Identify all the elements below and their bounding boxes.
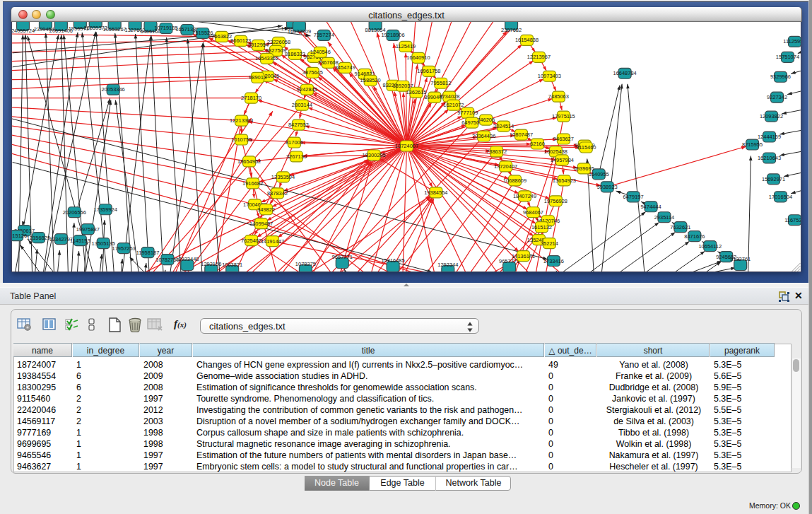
svg-text:20364436: 20364436 xyxy=(472,133,495,139)
svg-text:1362615: 1362615 xyxy=(406,89,426,95)
svg-text:7955812: 7955812 xyxy=(430,80,451,86)
svg-text:18300295: 18300295 xyxy=(363,152,386,158)
svg-text:8427552: 8427552 xyxy=(288,122,309,128)
svg-text:16033809: 16033809 xyxy=(288,28,311,35)
svg-text:19654952: 19654952 xyxy=(237,158,261,165)
svg-text:2387682: 2387682 xyxy=(501,27,522,33)
svg-text:12213967: 12213967 xyxy=(527,54,551,60)
svg-text:8878342: 8878342 xyxy=(267,190,288,197)
svg-text:14191447: 14191447 xyxy=(261,238,284,245)
svg-text:19218906: 19218906 xyxy=(381,32,404,38)
svg-text:6939695: 6939695 xyxy=(574,165,594,172)
svg-text:20053346: 20053346 xyxy=(102,86,125,93)
svg-text:7515526: 7515526 xyxy=(192,30,213,36)
svg-text:14136141: 14136141 xyxy=(512,253,535,259)
svg-text:352214: 352214 xyxy=(541,240,558,247)
svg-text:14099487: 14099487 xyxy=(249,221,273,227)
svg-text:12156829: 12156829 xyxy=(27,235,50,241)
svg-text:3454749: 3454749 xyxy=(335,64,355,71)
svg-text:16648784: 16648784 xyxy=(613,70,637,76)
svg-text:19975887: 19975887 xyxy=(76,226,100,233)
svg-text:15716485: 15716485 xyxy=(381,257,404,264)
svg-text:12213303: 12213303 xyxy=(230,117,253,124)
svg-text:12444159: 12444159 xyxy=(758,134,781,140)
svg-text:9227342: 9227342 xyxy=(767,94,787,100)
svg-text:62160: 62160 xyxy=(530,141,545,147)
svg-text:1588520: 1588520 xyxy=(360,77,381,83)
svg-text:10653267: 10653267 xyxy=(103,26,126,33)
svg-text:8215955: 8215955 xyxy=(742,141,763,148)
svg-text:13654923: 13654923 xyxy=(553,177,576,184)
svg-text:6479197: 6479197 xyxy=(623,194,644,200)
svg-text:17975115: 17975115 xyxy=(552,113,575,119)
svg-text:9329966: 9329966 xyxy=(770,74,791,80)
svg-text:1292156: 1292156 xyxy=(201,261,221,267)
svg-text:7625402: 7625402 xyxy=(241,238,261,244)
svg-text:10654112: 10654112 xyxy=(698,243,722,250)
svg-text:1010755: 1010755 xyxy=(231,136,252,143)
svg-text:8471676: 8471676 xyxy=(684,233,705,240)
svg-text:13720407: 13720407 xyxy=(494,163,517,170)
svg-text:16154838: 16154838 xyxy=(515,37,539,43)
svg-text:19756928: 19756928 xyxy=(544,198,567,204)
svg-text:18724007: 18724007 xyxy=(395,143,418,149)
svg-text:3267130: 3267130 xyxy=(286,153,307,160)
svg-text:349822: 349822 xyxy=(257,206,275,213)
svg-text:16961758: 16961758 xyxy=(417,68,440,74)
svg-text:9657771: 9657771 xyxy=(332,254,353,260)
svg-text:3915126: 3915126 xyxy=(11,233,27,239)
svg-text:16210643: 16210643 xyxy=(758,155,781,161)
svg-text:19384554: 19384554 xyxy=(424,189,447,196)
svg-text:12342797: 12342797 xyxy=(49,236,73,243)
svg-text:5938923: 5938923 xyxy=(597,184,618,190)
svg-text:9684067: 9684067 xyxy=(523,209,543,216)
svg-text:9115460: 9115460 xyxy=(576,144,596,151)
svg-text:2718170: 2718170 xyxy=(241,95,261,101)
svg-text:1145193: 1145193 xyxy=(70,238,90,244)
svg-text:7485063: 7485063 xyxy=(548,93,569,100)
svg-text:9463627: 9463627 xyxy=(553,136,574,142)
svg-text:8186323: 8186323 xyxy=(285,51,305,57)
svg-text:7386372: 7386372 xyxy=(486,148,507,155)
svg-text:10025438: 10025438 xyxy=(544,148,567,155)
svg-text:1240546: 1240546 xyxy=(310,49,331,55)
svg-text:10688609: 10688609 xyxy=(503,177,526,184)
svg-text:15692971: 15692971 xyxy=(762,176,785,182)
svg-text:23226058: 23226058 xyxy=(267,39,290,45)
svg-text:10973493: 10973493 xyxy=(538,73,561,79)
svg-text:9474444: 9474444 xyxy=(640,204,661,210)
svg-text:7357274: 7357274 xyxy=(314,32,334,38)
svg-text:1292344: 1292344 xyxy=(437,262,458,268)
svg-text:16640910: 16640910 xyxy=(406,54,430,61)
svg-text:1916682: 1916682 xyxy=(242,180,263,187)
svg-text:1078275: 1078275 xyxy=(295,261,316,267)
svg-text:14957984: 14957984 xyxy=(551,157,574,163)
svg-text:1733416: 1733416 xyxy=(543,258,564,264)
svg-text:12353594: 12353594 xyxy=(271,174,295,180)
svg-text:3875645: 3875645 xyxy=(302,69,323,76)
svg-text:11958187: 11958187 xyxy=(136,250,160,256)
svg-text:817006: 817006 xyxy=(286,139,303,146)
svg-text:7632621: 7632621 xyxy=(670,224,690,230)
svg-text:24055724: 24055724 xyxy=(11,28,35,34)
svg-text:10719185: 10719185 xyxy=(154,25,177,31)
svg-text:20206556: 20206556 xyxy=(63,209,86,216)
svg-text:18407249: 18407249 xyxy=(513,193,536,199)
svg-text:9132761: 9132761 xyxy=(730,256,751,262)
svg-text:7663822: 7663822 xyxy=(211,33,232,40)
svg-text:9242845: 9242845 xyxy=(297,86,317,93)
svg-text:1125419: 1125419 xyxy=(396,43,416,49)
svg-text:16543362: 16543362 xyxy=(255,55,278,62)
svg-text:17957253: 17957253 xyxy=(112,245,136,252)
svg-text:1621072: 1621072 xyxy=(443,102,464,108)
svg-text:17016504: 17016504 xyxy=(769,194,792,200)
svg-text:1063821: 1063821 xyxy=(222,262,242,268)
svg-text:3024514: 3024514 xyxy=(493,123,514,129)
svg-text:989013: 989013 xyxy=(249,74,266,81)
svg-text:10807487: 10807487 xyxy=(510,132,533,138)
svg-text:2803144: 2803144 xyxy=(292,102,312,108)
svg-text:12093822: 12093822 xyxy=(760,113,783,119)
svg-text:1615132: 1615132 xyxy=(531,224,552,230)
svg-text:2935114: 2935114 xyxy=(654,214,675,221)
svg-text:1167534: 1167534 xyxy=(784,217,801,223)
